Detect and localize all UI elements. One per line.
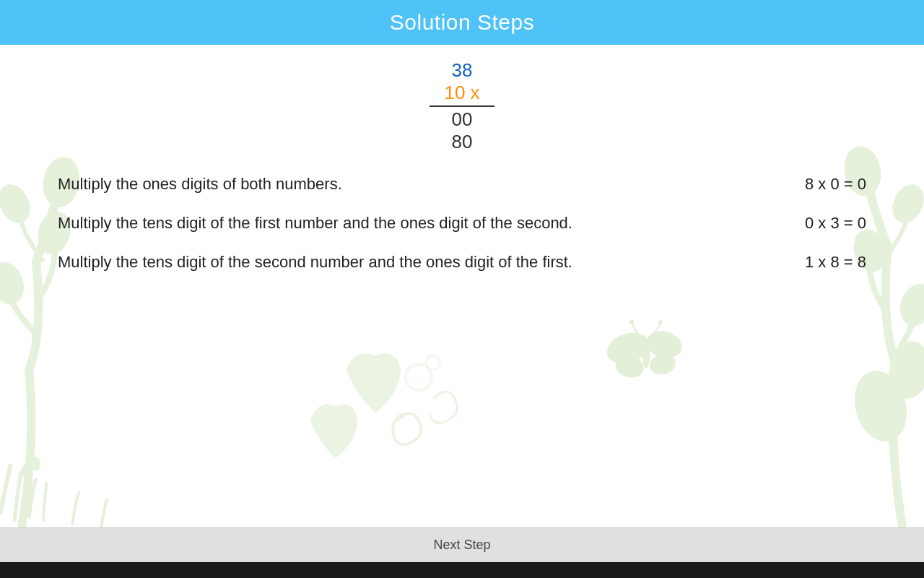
android-nav-bar: ↩ ⌂ ▢ ⧉ ⌃ ⚡ ▮ ✉ 11:50 PM wireless;📶 ✕: [0, 562, 924, 578]
svg-point-12: [406, 364, 432, 390]
svg-point-20: [658, 320, 663, 324]
nav-left-controls: ↩ ⌂ ▢ ⧉: [29, 574, 189, 578]
page-title: Solution Steps: [390, 10, 534, 35]
back-icon[interactable]: ↩: [29, 574, 43, 578]
math-result-1: 00: [452, 108, 473, 131]
svg-point-19: [629, 320, 634, 324]
svg-point-10: [847, 365, 914, 448]
math-top-number: 38: [452, 59, 473, 82]
solution-content: 38 10 x 00 80 Multiply the ones digits o…: [0, 45, 924, 296]
step-row-3: Multiply the tens digit of the second nu…: [58, 243, 866, 282]
math-second-number: 10 x: [444, 82, 479, 104]
main-content: 38 10 x 00 80 Multiply the ones digits o…: [0, 45, 924, 527]
svg-point-17: [648, 351, 678, 377]
svg-point-16: [612, 351, 647, 381]
svg-point-14: [603, 327, 653, 369]
svg-point-13: [426, 355, 440, 370]
svg-point-11: [884, 338, 924, 402]
step-equation-3: 1 x 8 = 8: [751, 253, 866, 272]
step-row-1: Multiply the ones digits of both numbers…: [58, 165, 866, 204]
step-text-3: Multiply the tens digit of the second nu…: [58, 253, 572, 272]
bottom-bar: Next Step: [0, 527, 924, 562]
svg-point-18: [642, 342, 650, 368]
math-divider-line: [430, 105, 494, 107]
step-text-1: Multiply the ones digits of both numbers…: [58, 175, 342, 194]
home-icon[interactable]: ⌂: [79, 574, 90, 578]
svg-point-5: [22, 465, 29, 478]
step-equation-1: 8 x 0 = 0: [751, 175, 866, 194]
step-equation-2: 0 x 3 = 0: [751, 214, 866, 233]
steps-container: Multiply the ones digits of both numbers…: [58, 165, 866, 282]
app-header: Solution Steps: [0, 0, 924, 45]
step-row-2: Multiply the tens digit of the first num…: [58, 204, 866, 243]
step-text-2: Multiply the tens digit of the first num…: [58, 214, 572, 233]
recents-icon[interactable]: ▢: [126, 574, 143, 578]
next-step-button[interactable]: Next Step: [0, 528, 924, 562]
math-result-2: 80: [452, 131, 473, 153]
svg-point-4: [32, 457, 40, 471]
math-display: 38 10 x 00 80: [58, 59, 866, 153]
svg-point-15: [643, 327, 685, 362]
